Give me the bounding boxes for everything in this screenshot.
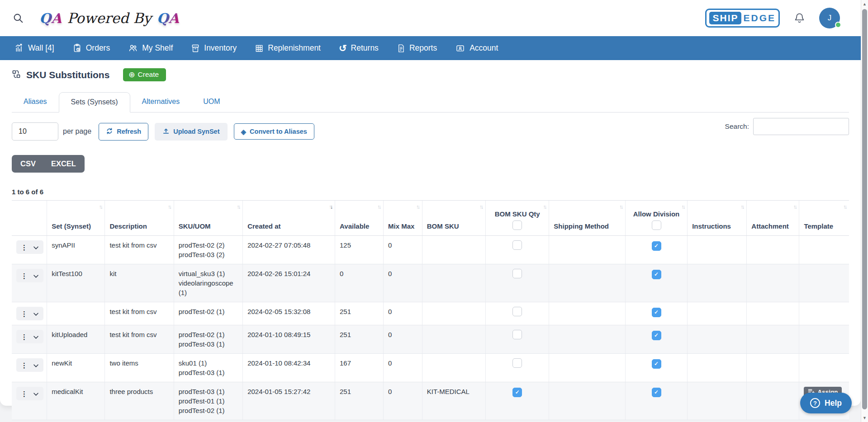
export-csv-button[interactable]: CSV bbox=[13, 156, 43, 172]
sort-icon[interactable]: ↑↓ bbox=[377, 204, 380, 210]
sort-icon[interactable]: ↑↓ bbox=[329, 204, 332, 210]
allow-division-checkbox[interactable]: ✓ bbox=[652, 241, 661, 251]
cell-instructions bbox=[688, 302, 747, 325]
cell-bom-sku bbox=[422, 302, 485, 325]
scrollbar-up-arrow[interactable]: ▲ bbox=[861, 2, 868, 6]
sort-icon[interactable]: ↑↓ bbox=[237, 204, 239, 210]
row-actions[interactable]: ⋮ bbox=[16, 269, 43, 282]
sort-icon[interactable]: ↑↓ bbox=[793, 204, 796, 210]
column-header-bom_sku_qty[interactable]: ↑↓BOM SKU Qty bbox=[486, 201, 549, 236]
bom-sku-qty-checkbox[interactable] bbox=[512, 269, 522, 278]
nav-item-orders[interactable]: Orders bbox=[72, 43, 110, 53]
chevron-down-icon[interactable] bbox=[33, 332, 39, 342]
bom-sku-qty-checkbox[interactable] bbox=[512, 307, 522, 316]
allow-division-checkbox[interactable]: ✓ bbox=[652, 359, 661, 369]
nav-item-my-shelf[interactable]: My Shelf bbox=[128, 43, 173, 53]
tab-alternatives[interactable]: Alternatives bbox=[130, 92, 192, 112]
row-actions[interactable]: ⋮ bbox=[16, 307, 43, 320]
nav-item-label: Replenishment bbox=[268, 43, 321, 53]
sort-icon[interactable]: ↑↓ bbox=[681, 204, 684, 210]
nav-item-inventory[interactable]: Inventory bbox=[191, 43, 237, 53]
cell-bom-sku-qty bbox=[486, 354, 549, 382]
sort-icon[interactable]: ↑↓ bbox=[619, 204, 622, 210]
kebab-menu-icon[interactable]: ⋮ bbox=[21, 310, 28, 317]
nav-item-account[interactable]: Account bbox=[455, 43, 498, 53]
column-header-created_at[interactable]: ↑↓Created at bbox=[243, 201, 335, 236]
convert-to-aliases-button[interactable]: ◈ Convert to Aliases bbox=[234, 123, 314, 140]
tab-aliases[interactable]: Aliases bbox=[12, 92, 59, 112]
row-actions[interactable]: ⋮ bbox=[16, 330, 43, 343]
help-button[interactable]: ? Help bbox=[800, 393, 852, 413]
column-header-allow_division[interactable]: ↑↓Allow Division bbox=[625, 201, 687, 236]
header-checkbox-bom_sku_qty[interactable] bbox=[512, 220, 522, 230]
chevron-down-icon[interactable] bbox=[33, 389, 39, 399]
column-header-mix_max[interactable]: ↑↓Mix Max bbox=[383, 201, 422, 236]
scrollbar-down-arrow[interactable]: ▼ bbox=[861, 416, 868, 420]
cell-mix-max: 0 bbox=[383, 325, 422, 354]
column-header-sku_uom[interactable]: ↑↓SKU/UOM bbox=[174, 201, 242, 236]
synsets-table: ↑↓Set (Synset)↑↓Description↑↓SKU/UOM↑↓Cr… bbox=[12, 200, 849, 420]
kebab-menu-icon[interactable]: ⋮ bbox=[21, 244, 28, 251]
column-header-bom_sku[interactable]: ↑↓BOM SKU bbox=[422, 201, 485, 236]
scrollbar-thumb[interactable] bbox=[862, 9, 867, 409]
kebab-menu-icon[interactable]: ⋮ bbox=[21, 362, 28, 369]
cell-sku-uom: prodTest-02 (2) prodTest-03 (2) bbox=[174, 236, 242, 264]
sort-icon[interactable]: ↑↓ bbox=[543, 204, 545, 210]
bom-sku-qty-checkbox[interactable] bbox=[512, 240, 522, 250]
create-button[interactable]: ⊕ Create bbox=[123, 68, 166, 81]
nav-item-returns[interactable]: ↺Returns bbox=[339, 43, 379, 53]
bom-sku-qty-checkbox[interactable]: ✓ bbox=[512, 388, 522, 397]
tab-sets-synsets[interactable]: Sets (Synsets) bbox=[59, 92, 130, 113]
allow-division-checkbox[interactable]: ✓ bbox=[652, 270, 661, 279]
refresh-button[interactable]: Refresh bbox=[99, 123, 148, 141]
allow-division-checkbox[interactable]: ✓ bbox=[652, 308, 661, 317]
cell-description: test kit from csv bbox=[105, 302, 174, 325]
chevron-down-icon[interactable] bbox=[33, 271, 39, 281]
tab-uom[interactable]: UOM bbox=[191, 92, 232, 112]
chevron-down-icon[interactable] bbox=[33, 361, 39, 370]
header-checkbox-allow_division[interactable] bbox=[652, 220, 661, 230]
sort-icon[interactable]: ↑↓ bbox=[479, 204, 482, 210]
kebab-menu-icon[interactable]: ⋮ bbox=[21, 272, 28, 279]
sort-icon[interactable]: ↑↓ bbox=[168, 204, 171, 210]
column-header-available[interactable]: ↑↓Available bbox=[335, 201, 384, 236]
kebab-menu-icon[interactable]: ⋮ bbox=[21, 390, 28, 397]
kebab-menu-icon[interactable]: ⋮ bbox=[21, 333, 28, 340]
cell-attachment bbox=[747, 264, 799, 302]
column-header-set[interactable]: ↑↓Set (Synset) bbox=[47, 201, 105, 236]
column-header-shipping_method[interactable]: ↑↓Shipping Method bbox=[549, 201, 626, 236]
cell-template bbox=[799, 264, 849, 302]
column-header-description[interactable]: ↑↓Description bbox=[105, 201, 174, 236]
sort-icon[interactable]: ↑↓ bbox=[99, 204, 101, 210]
search-icon[interactable] bbox=[13, 13, 24, 24]
cell-created-at: 2024-01-10 08:49:15 bbox=[243, 325, 335, 354]
user-avatar[interactable]: J bbox=[819, 8, 840, 28]
notifications-bell-icon[interactable] bbox=[793, 12, 806, 24]
allow-division-checkbox[interactable]: ✓ bbox=[652, 331, 661, 340]
allow-division-checkbox[interactable]: ✓ bbox=[652, 388, 661, 397]
column-header-template[interactable]: ↑↓Template bbox=[799, 201, 849, 236]
table-row: ⋮synAPIItest kit from csvprodTest-02 (2)… bbox=[12, 236, 849, 264]
results-summary-top: 1 to 6 of 6 bbox=[12, 188, 849, 196]
sort-icon[interactable]: ↑↓ bbox=[416, 204, 419, 210]
bom-sku-qty-checkbox[interactable] bbox=[512, 330, 522, 339]
chevron-down-icon[interactable] bbox=[33, 309, 39, 319]
per-page-input[interactable] bbox=[12, 122, 58, 141]
row-actions[interactable]: ⋮ bbox=[16, 240, 43, 254]
cell-available: 167 bbox=[335, 354, 384, 382]
vertical-scrollbar[interactable]: ▲ ▼ bbox=[861, 0, 868, 422]
upload-synset-button[interactable]: Upload SynSet bbox=[155, 123, 227, 141]
nav-item-replenishment[interactable]: Replenishment bbox=[255, 43, 321, 53]
table-search-input[interactable] bbox=[753, 118, 849, 135]
nav-item-wall[interactable]: Wall [4] bbox=[14, 43, 54, 53]
row-actions[interactable]: ⋮ bbox=[16, 358, 43, 372]
column-header-instructions[interactable]: ↑↓Instructions bbox=[688, 201, 747, 236]
bom-sku-qty-checkbox[interactable] bbox=[512, 358, 522, 368]
nav-item-reports[interactable]: Reports bbox=[397, 43, 437, 53]
chevron-down-icon[interactable] bbox=[33, 243, 39, 252]
export-excel-button[interactable]: EXCEL bbox=[43, 156, 84, 172]
row-actions[interactable]: ⋮ bbox=[16, 387, 43, 400]
column-header-attachment[interactable]: ↑↓Attachment bbox=[747, 201, 799, 236]
sort-icon[interactable]: ↑↓ bbox=[740, 204, 743, 210]
sort-icon[interactable]: ↑↓ bbox=[843, 204, 846, 210]
